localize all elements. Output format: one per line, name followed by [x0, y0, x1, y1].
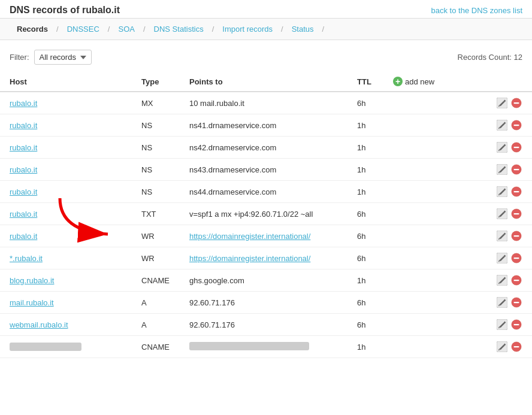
nav-sep-5: / — [280, 25, 285, 34]
cell-host: mail.rubalo.it — [0, 292, 132, 314]
cell-type: NS — [132, 114, 180, 137]
cell-ttl: 6h — [347, 225, 383, 247]
nav-sep-4: / — [211, 25, 216, 34]
cell-actions — [383, 114, 532, 137]
cell-points-to: ns41.drnameservice.com — [180, 114, 347, 137]
delete-icon[interactable] — [510, 97, 522, 109]
cell-points-to — [180, 336, 347, 358]
edit-icon[interactable] — [496, 274, 508, 286]
tab-status[interactable]: Status — [285, 19, 321, 40]
cell-type: CNAME — [132, 336, 180, 358]
svg-line-33 — [499, 283, 500, 284]
cell-type: CNAME — [132, 269, 180, 292]
delete-icon[interactable] — [510, 319, 522, 331]
cell-actions — [383, 292, 532, 314]
table-row: rubalo.itWRhttps://domainregister.intern… — [0, 225, 532, 247]
tab-dns-statistics[interactable]: DNS Statistics — [147, 19, 211, 40]
edit-icon[interactable] — [496, 252, 508, 264]
edit-icon[interactable] — [496, 163, 508, 175]
cell-points-to: v=spf1 a mx +ip4:92.60.71.0/22 ~all — [180, 203, 347, 225]
cell-host: rubalo.it — [0, 137, 132, 159]
cell-actions — [383, 181, 532, 203]
svg-line-41 — [499, 327, 500, 329]
svg-line-21 — [499, 216, 500, 218]
svg-rect-39 — [514, 302, 519, 303]
svg-rect-15 — [514, 169, 519, 170]
add-new-icon[interactable]: + — [393, 77, 403, 86]
edit-icon[interactable] — [496, 141, 508, 153]
col-header-points: Points to — [180, 72, 347, 92]
tab-records[interactable]: Records — [10, 19, 55, 40]
svg-line-5 — [499, 128, 500, 129]
cell-host: webmail.rubalo.it — [0, 314, 132, 336]
svg-rect-3 — [514, 102, 519, 104]
col-header-type: Type — [132, 72, 180, 92]
delete-icon[interactable] — [510, 252, 522, 264]
cell-type: WR — [132, 225, 180, 247]
svg-rect-47 — [514, 346, 519, 347]
table-header-row: Host Type Points to TTL + add new — [0, 72, 532, 92]
cell-host: blurredhost — [0, 336, 132, 358]
edit-icon[interactable] — [496, 208, 508, 220]
delete-icon[interactable] — [510, 141, 522, 153]
table-row: rubalo.itNSns44.drnameservice.com1h — [0, 181, 532, 203]
svg-line-9 — [499, 150, 500, 152]
cell-points-to: 10 mail.rubalo.it — [180, 92, 347, 114]
delete-icon[interactable] — [510, 341, 522, 353]
cell-type: NS — [132, 137, 180, 159]
cell-ttl: 1h — [347, 269, 383, 292]
cell-actions — [383, 92, 532, 114]
edit-icon[interactable] — [496, 230, 508, 242]
edit-icon[interactable] — [496, 296, 508, 308]
edit-icon[interactable] — [496, 319, 508, 331]
svg-line-29 — [499, 260, 500, 262]
cell-type: NS — [132, 181, 180, 203]
table-body: rubalo.itMX10 mail.rubalo.it6h rubalo.it… — [0, 92, 532, 358]
delete-icon[interactable] — [510, 230, 522, 242]
filter-select[interactable]: All records A AAAA CNAME MX NS TXT WR — [34, 50, 92, 65]
svg-line-17 — [499, 194, 500, 196]
delete-icon[interactable] — [510, 163, 522, 175]
tab-import-records[interactable]: Import records — [215, 19, 280, 40]
svg-rect-19 — [514, 191, 519, 192]
cell-type: WR — [132, 247, 180, 269]
table-row: rubalo.itTXTv=spf1 a mx +ip4:92.60.71.0/… — [0, 203, 532, 225]
add-new-button[interactable]: add new — [405, 77, 434, 86]
cell-points-to: ns43.drnameservice.com — [180, 159, 347, 181]
dns-table: Host Type Points to TTL + add new rubalo… — [0, 72, 532, 358]
delete-icon[interactable] — [510, 208, 522, 220]
cell-type: MX — [132, 92, 180, 114]
back-link[interactable]: back to the DNS zones list — [431, 6, 522, 15]
cell-points-to: ns42.drnameservice.com — [180, 137, 347, 159]
edit-icon[interactable] — [496, 186, 508, 198]
svg-line-13 — [499, 172, 500, 174]
edit-icon[interactable] — [496, 119, 508, 131]
cell-actions — [383, 225, 532, 247]
cell-actions — [383, 137, 532, 159]
col-header-actions[interactable]: + add new — [383, 72, 532, 92]
delete-icon[interactable] — [510, 274, 522, 286]
table-row: rubalo.itNSns42.drnameservice.com1h — [0, 137, 532, 159]
cell-type: A — [132, 314, 180, 336]
cell-ttl: 1h — [347, 114, 383, 137]
edit-icon[interactable] — [496, 341, 508, 353]
cell-type: A — [132, 292, 180, 314]
cell-ttl: 1h — [347, 137, 383, 159]
delete-icon[interactable] — [510, 296, 522, 308]
tab-soa[interactable]: SOA — [111, 19, 141, 40]
edit-icon[interactable] — [496, 97, 508, 109]
cell-type: NS — [132, 159, 180, 181]
cell-host: rubalo.it — [0, 203, 132, 225]
tab-dnssec[interactable]: DNSSEC — [60, 19, 107, 40]
cell-actions — [383, 269, 532, 292]
svg-line-37 — [499, 305, 500, 307]
cell-points-to: 92.60.71.176 — [180, 292, 347, 314]
delete-icon[interactable] — [510, 186, 522, 198]
cell-host: blog.rubalo.it — [0, 269, 132, 292]
cell-ttl: 6h — [347, 247, 383, 269]
table-row: rubalo.itMX10 mail.rubalo.it6h — [0, 92, 532, 114]
cell-points-to: ns44.drnameservice.com — [180, 181, 347, 203]
svg-rect-43 — [514, 324, 519, 325]
delete-icon[interactable] — [510, 119, 522, 131]
svg-line-45 — [499, 349, 500, 351]
